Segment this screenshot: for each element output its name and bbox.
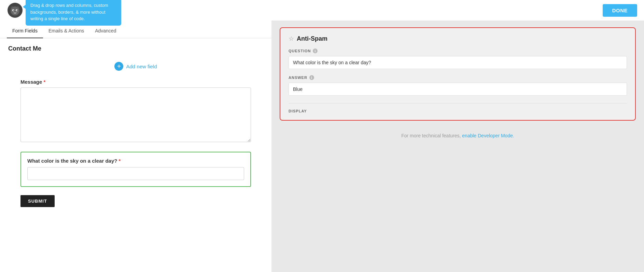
answer-info-icon[interactable]: i [309, 75, 314, 80]
add-field-button[interactable]: + Add new field [114, 62, 157, 71]
submit-button[interactable]: SUBMIT [20, 195, 55, 207]
question-info-icon[interactable]: i [313, 49, 318, 53]
star-icon: ☆ [289, 35, 294, 42]
add-field-label: Add new field [126, 64, 157, 69]
tabs: Form Fields Emails & Actions Advanced [0, 23, 271, 38]
done-button[interactable]: DONE [603, 4, 637, 17]
logo-icon [7, 2, 23, 18]
logo-area: Drag & drop rows and columns, custom bac… [7, 2, 23, 18]
antispam-card-title: Anti-Spam [297, 35, 327, 42]
form-title: Contact Me [0, 38, 271, 56]
message-textarea[interactable] [20, 87, 251, 142]
antispam-question-label: What color is the sky on a clear day? * [27, 158, 244, 164]
antispam-answer-input[interactable] [27, 167, 244, 180]
right-panel: ☆ Anti-Spam QUESTION i ANSWER i [271, 21, 644, 272]
main-layout: Form Fields Emails & Actions Advanced Co… [0, 21, 644, 272]
svg-point-6 [13, 10, 14, 11]
answer-setting-label: ANSWER i [289, 75, 627, 80]
tooltip-bubble: Drag & drop rows and columns, custom bac… [26, 0, 121, 26]
display-label: DISPLAY [289, 103, 627, 113]
form-content: Message * What color is the sky on a cle… [0, 76, 271, 217]
svg-point-3 [11, 6, 19, 15]
tab-advanced[interactable]: Advanced [89, 23, 122, 38]
left-panel: Form Fields Emails & Actions Advanced Co… [0, 21, 271, 272]
add-field-area: + Add new field [0, 56, 271, 76]
answer-setting-row: ANSWER i [289, 75, 627, 96]
answer-input[interactable] [289, 83, 627, 96]
message-field-group: Message * [20, 79, 251, 144]
message-required-star: * [43, 79, 45, 85]
developer-mode-link[interactable]: enable Developer Mode. [462, 133, 514, 138]
add-field-icon: + [114, 62, 123, 71]
antispam-settings-card: ☆ Anti-Spam QUESTION i ANSWER i [280, 27, 636, 121]
question-input[interactable] [289, 56, 627, 69]
antispam-card-header: ☆ Anti-Spam [289, 35, 627, 42]
display-row: DISPLAY [289, 102, 627, 113]
tab-emails-actions[interactable]: Emails & Actions [43, 23, 89, 38]
question-setting-row: QUESTION i [289, 49, 627, 69]
top-bar: Drag & drop rows and columns, custom bac… [0, 0, 644, 21]
question-setting-label: QUESTION i [289, 49, 627, 53]
message-field-label: Message * [20, 79, 251, 85]
tab-form-fields[interactable]: Form Fields [7, 23, 43, 38]
svg-point-7 [17, 10, 18, 11]
developer-mode-text: For more technical features, enable Deve… [280, 133, 636, 138]
antispam-required-star: * [118, 158, 121, 164]
antispam-field-group[interactable]: What color is the sky on a clear day? * [20, 152, 251, 187]
